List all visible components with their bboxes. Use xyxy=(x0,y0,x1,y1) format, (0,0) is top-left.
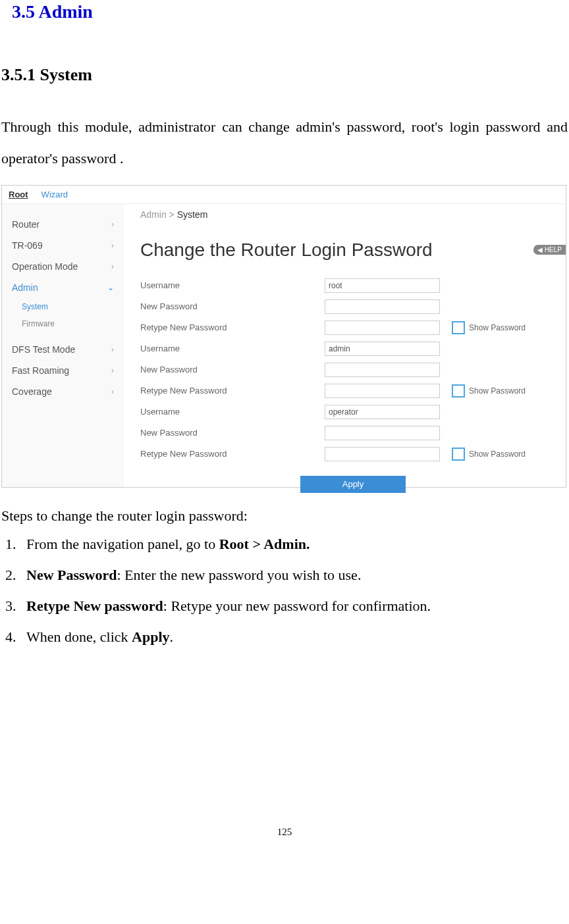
form-row-newpass-admin: New Password xyxy=(140,361,566,378)
retype-password-label: Retype New Password xyxy=(140,322,325,332)
new-password-label: New Password xyxy=(140,428,325,438)
retype-password-label: Retype New Password xyxy=(140,386,325,396)
chevron-right-icon: › xyxy=(111,241,114,250)
username-label: Username xyxy=(140,344,325,353)
sidebar-item-label: TR-069 xyxy=(12,240,43,251)
main-panel: Admin > System Change the Router Login P… xyxy=(124,204,566,487)
show-password-label: Show Password xyxy=(469,449,526,459)
chevron-right-icon: › xyxy=(111,220,114,229)
form-row-newpass-root: New Password xyxy=(140,298,566,315)
panel-title: Change the Router Login Password xyxy=(140,240,566,261)
sidebar-item-label: Admin xyxy=(12,282,38,293)
checkbox-icon xyxy=(452,321,465,334)
help-button[interactable]: ◀ HELP xyxy=(533,245,566,255)
tab-wizard[interactable]: Wizard xyxy=(41,190,68,199)
sidebar-item-coverage[interactable]: Coverage › xyxy=(2,381,124,402)
username-label: Username xyxy=(140,407,325,417)
form-row-retype-admin: Retype New Password Show Password xyxy=(140,382,566,399)
username-input-admin[interactable] xyxy=(325,342,440,356)
show-password-operator[interactable]: Show Password xyxy=(452,448,526,461)
tab-root[interactable]: Root xyxy=(9,190,28,199)
sidebar-subitem-firmware[interactable]: Firmware xyxy=(2,315,124,332)
apply-button[interactable]: Apply xyxy=(300,476,406,493)
chevron-down-icon: ⌄ xyxy=(107,283,114,292)
retype-password-label: Retype New Password xyxy=(140,449,325,459)
new-password-input-admin[interactable] xyxy=(325,363,440,377)
sidebar-item-admin[interactable]: Admin ⌄ xyxy=(2,277,124,298)
step-4: When done, click Apply. xyxy=(20,625,568,648)
new-password-input-root[interactable] xyxy=(325,299,440,314)
form-row-retype-operator: Retype New Password Show Password xyxy=(140,446,566,463)
breadcrumb: Admin > System xyxy=(140,209,566,220)
sidebar-item-label: Coverage xyxy=(12,386,52,397)
form-row-username-admin: Username xyxy=(140,340,566,357)
router-ui-screenshot: Root Wizard Router › TR-069 › Operation … xyxy=(1,185,566,488)
sidebar-item-label: Operation Mode xyxy=(12,261,78,272)
retype-password-input-admin[interactable] xyxy=(325,384,440,398)
page-number: 125 xyxy=(1,827,568,838)
sidebar-item-label: DFS Test Mode xyxy=(12,344,75,355)
breadcrumb-prefix: Admin > xyxy=(140,209,177,220)
chevron-right-icon: › xyxy=(111,262,114,271)
top-tabs: Root Wizard xyxy=(2,186,566,204)
sidebar-item-label: Router xyxy=(12,219,40,230)
steps-intro: Steps to change the router login passwor… xyxy=(1,507,568,525)
step-3: Retype New password: Retype your new pas… xyxy=(20,594,568,617)
form-row-retype-root: Retype New Password Show Password xyxy=(140,319,566,336)
show-password-root[interactable]: Show Password xyxy=(452,321,526,334)
sidebar: Router › TR-069 › Operation Mode › Admin… xyxy=(2,204,124,487)
form-row-username-operator: Username xyxy=(140,403,566,421)
new-password-label: New Password xyxy=(140,301,325,311)
form-row-newpass-operator: New Password xyxy=(140,424,566,442)
form-row-username-root: Username xyxy=(140,277,566,294)
sidebar-item-fast-roaming[interactable]: Fast Roaming › xyxy=(2,360,124,381)
show-password-admin[interactable]: Show Password xyxy=(452,384,526,398)
new-password-label: New Password xyxy=(140,365,325,374)
sidebar-subitem-system[interactable]: System xyxy=(2,298,124,315)
show-password-label: Show Password xyxy=(469,323,526,332)
username-label: Username xyxy=(140,280,325,290)
checkbox-icon xyxy=(452,384,465,398)
chevron-right-icon: › xyxy=(111,366,114,375)
checkbox-icon xyxy=(452,448,465,461)
sidebar-item-dfs[interactable]: DFS Test Mode › xyxy=(2,339,124,360)
subsection-heading: 3.5.1 System xyxy=(1,65,568,85)
steps-list: From the navigation panel, go to Root > … xyxy=(1,532,568,649)
retype-password-input-operator[interactable] xyxy=(325,447,440,461)
sidebar-item-router[interactable]: Router › xyxy=(2,214,124,235)
breadcrumb-current: System xyxy=(177,209,208,220)
help-icon: ◀ xyxy=(537,246,545,253)
chevron-right-icon: › xyxy=(111,387,114,396)
section-heading: 3.5 Admin xyxy=(12,1,568,22)
intro-paragraph: Through this module, administrator can c… xyxy=(1,111,568,175)
step-1: From the navigation panel, go to Root > … xyxy=(20,532,568,555)
step-2: New Password: Enter the new password you… xyxy=(20,563,568,586)
username-input-root[interactable] xyxy=(325,278,440,293)
sidebar-item-operation-mode[interactable]: Operation Mode › xyxy=(2,256,124,277)
sidebar-item-label: Fast Roaming xyxy=(12,365,69,376)
sidebar-item-tr069[interactable]: TR-069 › xyxy=(2,235,124,256)
show-password-label: Show Password xyxy=(469,386,526,396)
chevron-right-icon: › xyxy=(111,345,114,354)
username-input-operator[interactable] xyxy=(325,405,440,419)
new-password-input-operator[interactable] xyxy=(325,426,440,440)
retype-password-input-root[interactable] xyxy=(325,321,440,335)
